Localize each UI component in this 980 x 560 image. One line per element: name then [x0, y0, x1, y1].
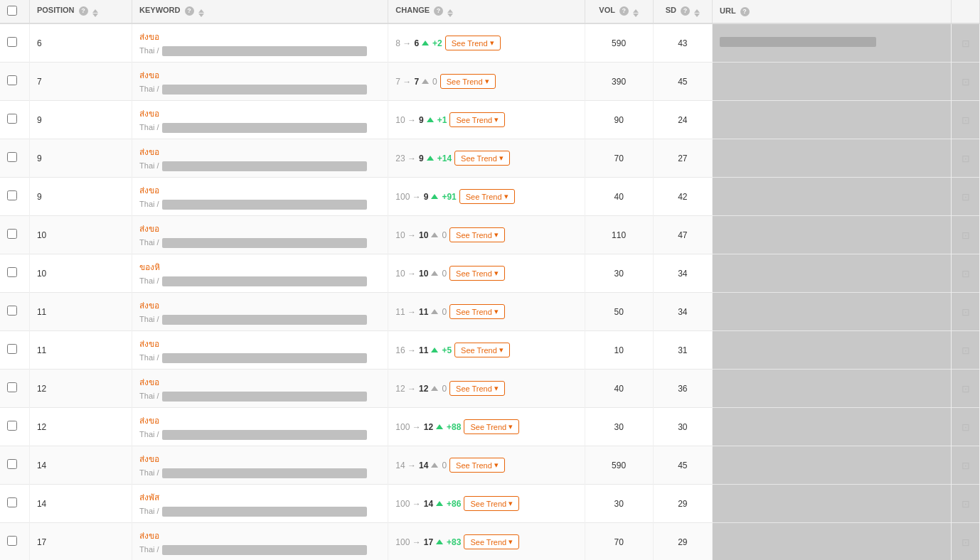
main-table-container: POSITION ? KEYWORD ? CHANGE: [0, 0, 980, 560]
keyword-name[interactable]: ส่งขอ: [139, 529, 331, 542]
change-diff-value: +5: [442, 345, 452, 355]
row-detail-icon[interactable]: ⊡: [962, 191, 970, 203]
row-detail-icon[interactable]: ⊡: [962, 153, 970, 164]
sd-sort-btn[interactable]: [694, 9, 700, 17]
row-detail-icon[interactable]: ⊡: [962, 345, 970, 356]
row-checkbox[interactable]: [7, 75, 17, 85]
row-checkbox-cell: [0, 178, 29, 216]
see-trend-button[interactable]: See Trend ▾: [440, 74, 496, 89]
row-detail-icon[interactable]: ⊡: [962, 230, 970, 241]
row-checkbox[interactable]: [7, 190, 17, 200]
row-checkbox-cell: [0, 523, 29, 561]
see-trend-button[interactable]: See Trend ▾: [449, 227, 505, 242]
select-all-checkbox[interactable]: [7, 6, 17, 16]
vol-value: 50: [614, 307, 623, 317]
see-trend-button[interactable]: See Trend ▾: [449, 112, 505, 127]
url-cell: [713, 101, 952, 139]
keyword-name[interactable]: ส่งขอ: [139, 298, 331, 312]
keyword-name[interactable]: ส่งพัส: [139, 490, 331, 504]
row-checkbox[interactable]: [7, 459, 17, 469]
row-detail-icon[interactable]: ⊡: [962, 306, 970, 318]
vol-info-icon[interactable]: ?: [619, 6, 629, 16]
row-detail-icon[interactable]: ⊡: [962, 114, 970, 126]
keyword-name[interactable]: ส่งขอ: [139, 222, 331, 235]
row-action-cell: ⊡: [952, 370, 980, 408]
neutral-arrow-icon: [422, 79, 429, 84]
keyword-name[interactable]: ส่งขอ: [139, 107, 331, 120]
keyword-name[interactable]: ส่งขอ: [139, 337, 331, 350]
neutral-arrow-icon: [431, 309, 438, 314]
position-info-icon[interactable]: ?: [79, 6, 88, 16]
row-detail-icon[interactable]: ⊡: [962, 76, 970, 87]
row-checkbox[interactable]: [7, 306, 17, 316]
vol-value: 590: [612, 461, 626, 470]
position-value: 17: [37, 537, 46, 547]
keyword-url-grey: [162, 353, 367, 363]
row-checkbox[interactable]: [7, 421, 17, 431]
see-trend-button[interactable]: See Trend ▾: [449, 381, 505, 396]
row-checkbox[interactable]: [7, 267, 17, 277]
keyword-name[interactable]: ส่งขอ: [139, 145, 331, 158]
url-cell: [713, 408, 952, 446]
keyword-name[interactable]: ส่งขอ: [139, 68, 331, 82]
row-detail-icon[interactable]: ⊡: [962, 421, 970, 433]
change-to-value: 17: [424, 537, 433, 547]
vol-value: 590: [612, 38, 626, 48]
keyword-sort-btn[interactable]: [198, 9, 204, 17]
see-trend-button[interactable]: See Trend ▾: [464, 496, 519, 511]
vol-value: 30: [614, 422, 623, 432]
row-checkbox[interactable]: [7, 382, 17, 392]
see-trend-label: See Trend: [461, 346, 497, 355]
see-trend-button[interactable]: See Trend ▾: [454, 343, 510, 357]
row-checkbox[interactable]: [7, 114, 17, 124]
row-detail-icon[interactable]: ⊡: [962, 537, 970, 548]
vol-value: 70: [614, 537, 623, 547]
see-trend-button[interactable]: See Trend ▾: [449, 458, 505, 473]
see-trend-button[interactable]: See Trend ▾: [445, 36, 501, 50]
sd-info-icon[interactable]: ?: [681, 6, 690, 16]
url-value[interactable]: [720, 37, 876, 47]
see-trend-button[interactable]: See Trend ▾: [464, 419, 519, 434]
change-content: 7 → 7 0 See Trend ▾: [395, 74, 577, 89]
row-detail-icon[interactable]: ⊡: [962, 460, 970, 471]
change-info-icon[interactable]: ?: [434, 6, 443, 16]
row-checkbox[interactable]: [7, 344, 17, 354]
keyword-name[interactable]: ส่งขอ: [139, 414, 331, 427]
row-checkbox[interactable]: [7, 536, 17, 546]
position-sort-btn[interactable]: [92, 9, 98, 17]
keyword-info-icon[interactable]: ?: [185, 6, 194, 16]
trend-dropdown-icon: ▾: [508, 422, 513, 431]
vol-sort-btn[interactable]: [633, 9, 639, 17]
change-cell: 100 → 17 +83 See Trend ▾: [388, 523, 585, 561]
keyword-name[interactable]: ส่งขอ: [139, 30, 331, 43]
see-trend-button[interactable]: See Trend ▾: [454, 151, 510, 166]
keyword-name[interactable]: ส่งขอ: [139, 183, 331, 197]
row-checkbox[interactable]: [7, 152, 17, 162]
see-trend-button[interactable]: See Trend ▾: [464, 534, 519, 549]
url-info-icon[interactable]: ?: [740, 7, 750, 16]
table-row: 10 ส่งขอ Thai / 10 → 10 0 See Trend ▾ 11…: [0, 216, 980, 254]
row-detail-icon[interactable]: ⊡: [962, 498, 970, 510]
row-detail-icon[interactable]: ⊡: [962, 268, 970, 279]
keyword-name[interactable]: ส่งขอ: [139, 375, 331, 389]
position-cell: 14: [29, 485, 132, 523]
trend-dropdown-icon: ▾: [504, 192, 508, 201]
change-from-value: 12 →: [395, 384, 416, 394]
change-diff-value: +2: [432, 38, 442, 48]
up-arrow-icon: [436, 539, 443, 544]
vol-cell: 10: [585, 331, 653, 370]
row-detail-icon[interactable]: ⊡: [962, 38, 970, 49]
table-row: 11 ส่งขอ Thai / 11 → 11 0 See Trend ▾ 50…: [0, 293, 980, 331]
see-trend-button[interactable]: See Trend ▾: [449, 266, 505, 281]
change-sort-btn[interactable]: [447, 9, 453, 17]
keyword-name[interactable]: ส่งขอ: [139, 452, 331, 465]
row-detail-icon[interactable]: ⊡: [962, 383, 970, 394]
row-checkbox[interactable]: [7, 37, 17, 47]
change-to-value: 12: [424, 422, 433, 432]
see-trend-button[interactable]: See Trend ▾: [449, 304, 505, 319]
change-diff-value: 0: [442, 269, 447, 279]
keyword-name[interactable]: ของหิ: [139, 260, 331, 274]
see-trend-button[interactable]: See Trend ▾: [459, 189, 515, 204]
row-checkbox[interactable]: [7, 497, 17, 507]
row-checkbox[interactable]: [7, 229, 17, 239]
